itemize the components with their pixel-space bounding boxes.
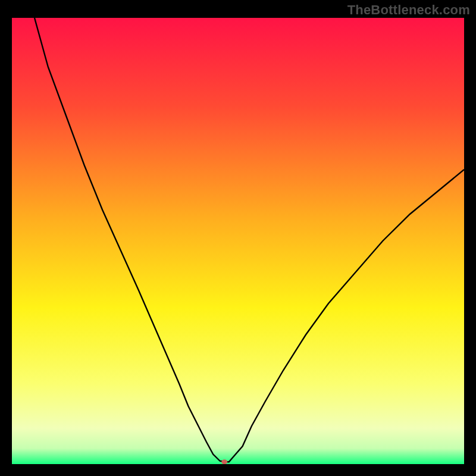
watermark-text: TheBottleneck.com <box>347 2 470 18</box>
plot-area <box>12 18 464 464</box>
min-marker <box>221 459 227 464</box>
gradient-background <box>12 18 464 464</box>
plot-svg <box>12 18 464 464</box>
chart-frame: TheBottleneck.com <box>0 0 476 476</box>
